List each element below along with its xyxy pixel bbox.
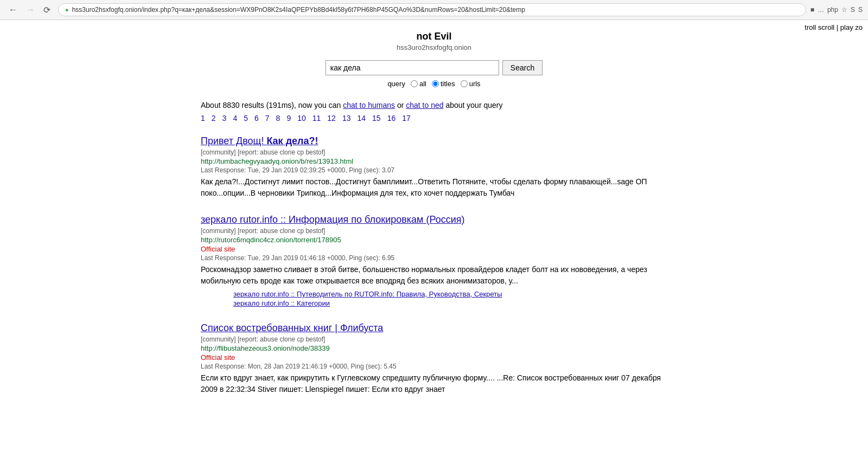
search-form: Search [201,60,667,75]
page-link-16[interactable]: 16 [387,114,396,122]
page-link-14[interactable]: 14 [357,114,366,122]
profile-icon: S [858,6,863,14]
chat-ned-link[interactable]: chat to ned [406,101,443,109]
result-snippet-0: Как дела?!...Достигнут лимит постов...До… [201,176,667,199]
browser-chrome: ← → ⟳ ● hss3uro2hsxfogfq.onion/index.php… [0,0,868,20]
result-title-2[interactable]: Список востребованных книг | Флибуста [201,322,667,334]
result-snippet-2: Если кто вдруг знает, как прикрутить к Г… [201,372,667,395]
chat-humans-link[interactable]: chat to humans [343,101,395,109]
site-url: hss3uro2hsxfogfq.onion [201,43,667,51]
result-response-2: Last Response: Mon, 28 Jan 2019 21:46:19… [201,363,667,370]
nav-buttons: ← → ⟳ [5,4,54,16]
urls-radio[interactable] [461,80,468,87]
address-text: hss3uro2hsxfogfq.onion/index.php?q=как+д… [72,6,799,14]
result-meta-0: [community] [report: abuse clone cp best… [201,149,667,156]
page-link-12[interactable]: 12 [327,114,336,122]
result-url-1[interactable]: http://rutorc6mqdinc4cz.onion/torrent/17… [201,236,667,244]
page-link-5[interactable]: 5 [244,114,248,122]
search-options: query all titles urls [201,80,667,88]
urls-option[interactable]: urls [461,80,481,88]
result-title-0[interactable]: Привет Двощ! Как дела?! [201,136,667,147]
all-radio[interactable] [411,80,418,87]
results-container: Привет Двощ! Как дела?![community] [repo… [201,136,667,395]
result-url-2[interactable]: http://flibustahezeous3.onion/node/38339 [201,344,667,352]
result-response-0: Last Response: Tue, 29 Jan 2019 02:39:25… [201,166,667,174]
result-item-0: Привет Двощ! Как дела?![community] [repo… [201,136,667,199]
sync-icon: S [851,6,855,14]
back-button[interactable]: ← [5,4,21,16]
browser-actions: ■ … php ☆ S S [810,6,863,14]
page-link-13[interactable]: 13 [342,114,351,122]
page-link-15[interactable]: 15 [372,114,381,122]
page-content: not Evil hss3uro2hsxfogfq.onion Search q… [190,20,678,421]
pagination: 1234567891011121314151617 [201,114,667,122]
page-link-4[interactable]: 4 [233,114,237,122]
titles-option[interactable]: titles [432,80,455,88]
play-zo-link[interactable]: play zo [840,23,863,31]
sub-links-1: зеркало rutor.info :: Путеводитель по RU… [233,290,667,307]
page-link-9[interactable]: 9 [286,114,291,122]
reload-button[interactable]: ⟳ [40,4,54,16]
page-link-3[interactable]: 3 [222,114,227,122]
sub-link-1-1[interactable]: зеркало rutor.info :: Категории [233,299,667,307]
result-url-0[interactable]: http://tumbachegvyaadyq.onion/b/res/1391… [201,157,667,165]
result-snippet-1: Роскомнадзор заметно сливает в этой битв… [201,264,667,287]
result-title-1[interactable]: зеркало rutor.info :: Информация по блок… [201,214,667,225]
top-links: troll scroll | play zo [805,23,863,31]
menu-icon: … [818,6,824,14]
page-link-17[interactable]: 17 [402,114,411,122]
result-official-1: Official site [201,245,667,253]
php-badge: php [827,6,838,14]
forward-button[interactable]: → [23,4,38,16]
page-link-10[interactable]: 10 [297,114,306,122]
page-link-8[interactable]: 8 [276,114,280,122]
lock-icon: ● [65,7,69,13]
result-item-1: зеркало rutor.info :: Информация по блок… [201,214,667,307]
star-icon: ☆ [841,6,847,14]
all-option[interactable]: all [411,80,426,88]
extensions-icon: ■ [810,6,814,14]
site-title: not Evil [201,31,667,42]
troll-scroll-link[interactable]: troll scroll [805,23,834,31]
search-button[interactable]: Search [502,60,542,75]
result-item-2: Список востребованных книг | Флибуста[co… [201,322,667,395]
result-meta-1: [community] [report: abuse clone cp best… [201,227,667,235]
sub-link-1-0[interactable]: зеркало rutor.info :: Путеводитель по RU… [233,290,667,298]
search-input[interactable] [326,60,499,75]
results-summary: About 8830 results (191ms), now you can … [201,101,667,109]
page-link-11[interactable]: 11 [312,114,321,122]
page-link-2[interactable]: 2 [212,114,216,122]
address-bar[interactable]: ● hss3uro2hsxfogfq.onion/index.php?q=как… [58,3,806,16]
page-link-7[interactable]: 7 [265,114,270,122]
result-official-2: Official site [201,353,667,362]
result-meta-2: [community] [report: abuse clone cp best… [201,335,667,343]
result-response-1: Last Response: Tue, 29 Jan 2019 01:46:18… [201,254,667,262]
page-link-6[interactable]: 6 [254,114,259,122]
page-link-1[interactable]: 1 [201,114,205,122]
titles-radio[interactable] [432,80,439,87]
query-label: query [387,80,405,88]
